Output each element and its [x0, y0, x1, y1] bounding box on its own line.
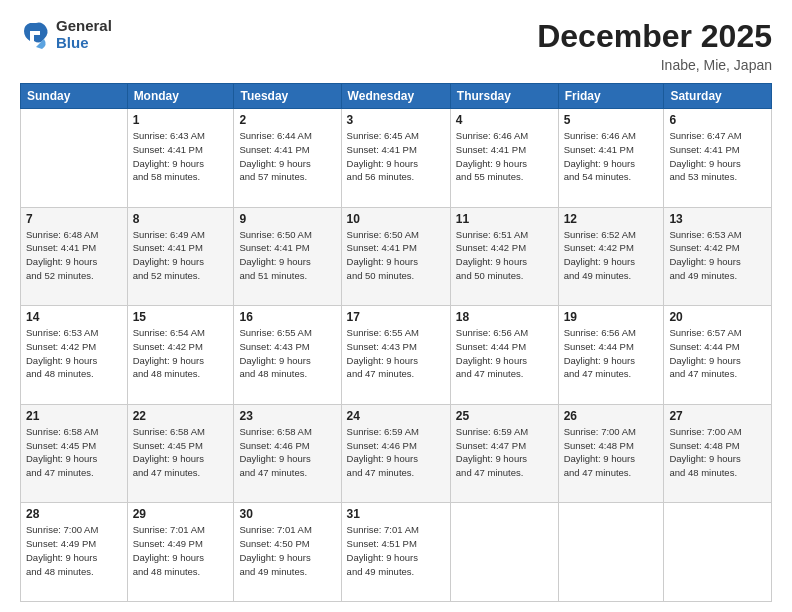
- calendar-cell: 21Sunrise: 6:58 AM Sunset: 4:45 PM Dayli…: [21, 404, 128, 503]
- calendar-cell: 14Sunrise: 6:53 AM Sunset: 4:42 PM Dayli…: [21, 306, 128, 405]
- day-number: 19: [564, 310, 659, 324]
- day-info: Sunrise: 6:57 AM Sunset: 4:44 PM Dayligh…: [669, 326, 766, 381]
- logo: General Blue: [20, 18, 112, 51]
- day-number: 24: [347, 409, 445, 423]
- day-info: Sunrise: 6:58 AM Sunset: 4:45 PM Dayligh…: [133, 425, 229, 480]
- day-number: 2: [239, 113, 335, 127]
- calendar-cell: 8Sunrise: 6:49 AM Sunset: 4:41 PM Daylig…: [127, 207, 234, 306]
- logo-general-text: General: [56, 18, 112, 35]
- header-thursday: Thursday: [450, 84, 558, 109]
- calendar-cell: 6Sunrise: 6:47 AM Sunset: 4:41 PM Daylig…: [664, 109, 772, 208]
- day-number: 6: [669, 113, 766, 127]
- calendar-cell: 30Sunrise: 7:01 AM Sunset: 4:50 PM Dayli…: [234, 503, 341, 602]
- header-saturday: Saturday: [664, 84, 772, 109]
- calendar-cell: 3Sunrise: 6:45 AM Sunset: 4:41 PM Daylig…: [341, 109, 450, 208]
- header-monday: Monday: [127, 84, 234, 109]
- day-info: Sunrise: 7:01 AM Sunset: 4:49 PM Dayligh…: [133, 523, 229, 578]
- calendar-cell: 27Sunrise: 7:00 AM Sunset: 4:48 PM Dayli…: [664, 404, 772, 503]
- calendar-cell: 7Sunrise: 6:48 AM Sunset: 4:41 PM Daylig…: [21, 207, 128, 306]
- day-info: Sunrise: 6:56 AM Sunset: 4:44 PM Dayligh…: [564, 326, 659, 381]
- day-info: Sunrise: 6:52 AM Sunset: 4:42 PM Dayligh…: [564, 228, 659, 283]
- day-number: 17: [347, 310, 445, 324]
- day-number: 18: [456, 310, 553, 324]
- day-info: Sunrise: 6:47 AM Sunset: 4:41 PM Dayligh…: [669, 129, 766, 184]
- day-info: Sunrise: 6:48 AM Sunset: 4:41 PM Dayligh…: [26, 228, 122, 283]
- header-tuesday: Tuesday: [234, 84, 341, 109]
- calendar-week-row: 14Sunrise: 6:53 AM Sunset: 4:42 PM Dayli…: [21, 306, 772, 405]
- day-number: 20: [669, 310, 766, 324]
- day-number: 15: [133, 310, 229, 324]
- calendar-table: Sunday Monday Tuesday Wednesday Thursday…: [20, 83, 772, 602]
- calendar-cell: [558, 503, 664, 602]
- header-sunday: Sunday: [21, 84, 128, 109]
- calendar-cell: 15Sunrise: 6:54 AM Sunset: 4:42 PM Dayli…: [127, 306, 234, 405]
- calendar-week-row: 1Sunrise: 6:43 AM Sunset: 4:41 PM Daylig…: [21, 109, 772, 208]
- day-number: 16: [239, 310, 335, 324]
- day-number: 10: [347, 212, 445, 226]
- logo-text: General Blue: [56, 18, 112, 51]
- day-number: 27: [669, 409, 766, 423]
- day-info: Sunrise: 6:49 AM Sunset: 4:41 PM Dayligh…: [133, 228, 229, 283]
- calendar-header-row: Sunday Monday Tuesday Wednesday Thursday…: [21, 84, 772, 109]
- day-number: 28: [26, 507, 122, 521]
- calendar-cell: 19Sunrise: 6:56 AM Sunset: 4:44 PM Dayli…: [558, 306, 664, 405]
- day-number: 3: [347, 113, 445, 127]
- calendar-cell: 2Sunrise: 6:44 AM Sunset: 4:41 PM Daylig…: [234, 109, 341, 208]
- day-info: Sunrise: 6:59 AM Sunset: 4:46 PM Dayligh…: [347, 425, 445, 480]
- day-number: 25: [456, 409, 553, 423]
- day-info: Sunrise: 6:46 AM Sunset: 4:41 PM Dayligh…: [456, 129, 553, 184]
- day-number: 8: [133, 212, 229, 226]
- day-number: 31: [347, 507, 445, 521]
- calendar-cell: 20Sunrise: 6:57 AM Sunset: 4:44 PM Dayli…: [664, 306, 772, 405]
- day-number: 1: [133, 113, 229, 127]
- calendar-cell: 24Sunrise: 6:59 AM Sunset: 4:46 PM Dayli…: [341, 404, 450, 503]
- day-number: 5: [564, 113, 659, 127]
- day-number: 30: [239, 507, 335, 521]
- day-info: Sunrise: 6:43 AM Sunset: 4:41 PM Dayligh…: [133, 129, 229, 184]
- day-number: 29: [133, 507, 229, 521]
- calendar-cell: [21, 109, 128, 208]
- day-info: Sunrise: 7:00 AM Sunset: 4:49 PM Dayligh…: [26, 523, 122, 578]
- logo-blue-text: Blue: [56, 35, 112, 52]
- calendar-cell: 17Sunrise: 6:55 AM Sunset: 4:43 PM Dayli…: [341, 306, 450, 405]
- calendar-cell: 25Sunrise: 6:59 AM Sunset: 4:47 PM Dayli…: [450, 404, 558, 503]
- title-block: December 2025 Inabe, Mie, Japan: [537, 18, 772, 73]
- calendar-cell: 26Sunrise: 7:00 AM Sunset: 4:48 PM Dayli…: [558, 404, 664, 503]
- day-number: 12: [564, 212, 659, 226]
- calendar-cell: 29Sunrise: 7:01 AM Sunset: 4:49 PM Dayli…: [127, 503, 234, 602]
- day-number: 4: [456, 113, 553, 127]
- day-number: 26: [564, 409, 659, 423]
- day-info: Sunrise: 6:51 AM Sunset: 4:42 PM Dayligh…: [456, 228, 553, 283]
- day-info: Sunrise: 6:53 AM Sunset: 4:42 PM Dayligh…: [26, 326, 122, 381]
- day-info: Sunrise: 6:58 AM Sunset: 4:45 PM Dayligh…: [26, 425, 122, 480]
- calendar-cell: 11Sunrise: 6:51 AM Sunset: 4:42 PM Dayli…: [450, 207, 558, 306]
- header-wednesday: Wednesday: [341, 84, 450, 109]
- day-number: 14: [26, 310, 122, 324]
- day-info: Sunrise: 6:45 AM Sunset: 4:41 PM Dayligh…: [347, 129, 445, 184]
- day-info: Sunrise: 7:01 AM Sunset: 4:51 PM Dayligh…: [347, 523, 445, 578]
- calendar-cell: 22Sunrise: 6:58 AM Sunset: 4:45 PM Dayli…: [127, 404, 234, 503]
- calendar-week-row: 28Sunrise: 7:00 AM Sunset: 4:49 PM Dayli…: [21, 503, 772, 602]
- day-number: 22: [133, 409, 229, 423]
- calendar-cell: [450, 503, 558, 602]
- day-info: Sunrise: 6:56 AM Sunset: 4:44 PM Dayligh…: [456, 326, 553, 381]
- calendar-cell: 1Sunrise: 6:43 AM Sunset: 4:41 PM Daylig…: [127, 109, 234, 208]
- calendar-week-row: 7Sunrise: 6:48 AM Sunset: 4:41 PM Daylig…: [21, 207, 772, 306]
- day-info: Sunrise: 7:00 AM Sunset: 4:48 PM Dayligh…: [564, 425, 659, 480]
- calendar-week-row: 21Sunrise: 6:58 AM Sunset: 4:45 PM Dayli…: [21, 404, 772, 503]
- day-number: 9: [239, 212, 335, 226]
- day-info: Sunrise: 6:58 AM Sunset: 4:46 PM Dayligh…: [239, 425, 335, 480]
- day-info: Sunrise: 7:01 AM Sunset: 4:50 PM Dayligh…: [239, 523, 335, 578]
- calendar-cell: 23Sunrise: 6:58 AM Sunset: 4:46 PM Dayli…: [234, 404, 341, 503]
- calendar-cell: 28Sunrise: 7:00 AM Sunset: 4:49 PM Dayli…: [21, 503, 128, 602]
- calendar-cell: 10Sunrise: 6:50 AM Sunset: 4:41 PM Dayli…: [341, 207, 450, 306]
- day-info: Sunrise: 6:44 AM Sunset: 4:41 PM Dayligh…: [239, 129, 335, 184]
- calendar-cell: 18Sunrise: 6:56 AM Sunset: 4:44 PM Dayli…: [450, 306, 558, 405]
- day-info: Sunrise: 6:55 AM Sunset: 4:43 PM Dayligh…: [239, 326, 335, 381]
- header: General Blue December 2025 Inabe, Mie, J…: [20, 18, 772, 73]
- day-number: 23: [239, 409, 335, 423]
- calendar-cell: 4Sunrise: 6:46 AM Sunset: 4:41 PM Daylig…: [450, 109, 558, 208]
- title-location: Inabe, Mie, Japan: [537, 57, 772, 73]
- day-info: Sunrise: 6:46 AM Sunset: 4:41 PM Dayligh…: [564, 129, 659, 184]
- calendar-cell: 12Sunrise: 6:52 AM Sunset: 4:42 PM Dayli…: [558, 207, 664, 306]
